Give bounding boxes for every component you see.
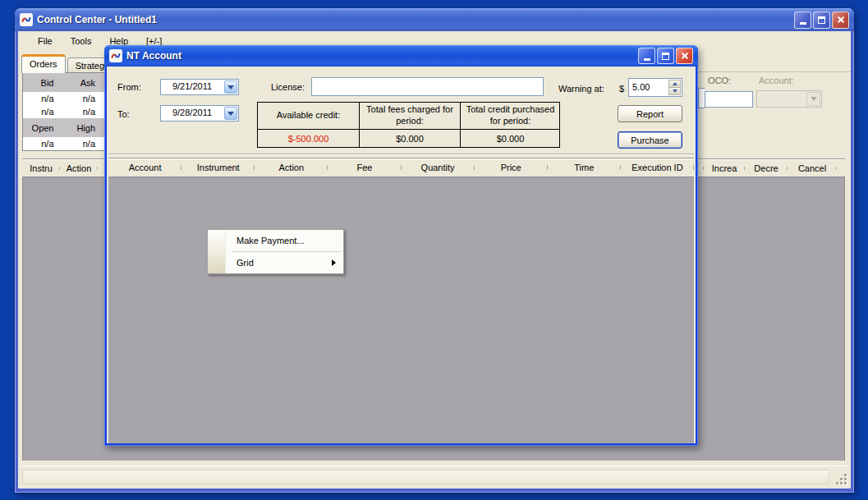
col-header-fee[interactable]: Fee (328, 163, 401, 172)
minimize-icon (800, 22, 806, 25)
menu-item-make-payment[interactable]: Make Payment... (227, 232, 342, 250)
close-button[interactable] (832, 11, 849, 29)
open-header: Open (23, 123, 65, 133)
warning-amount-spinner[interactable]: 5.00 (628, 78, 682, 97)
high-value: n/a (65, 139, 107, 149)
total-credit-purchased-value: $0.000 (460, 129, 560, 147)
col-header-instrument[interactable]: Instru (22, 163, 60, 173)
oco-label: OCO: (708, 76, 731, 85)
account-dropdown-button[interactable] (806, 92, 820, 106)
context-menu-gutter (208, 230, 226, 273)
spin-down-button[interactable] (668, 88, 681, 95)
ninjatrader-logo-icon (20, 13, 33, 26)
resize-grip[interactable] (836, 474, 847, 484)
from-dropdown-button[interactable] (224, 80, 237, 94)
warning-amount-value: 5.00 (632, 82, 650, 92)
open-value: n/a (23, 139, 65, 149)
separator (108, 154, 694, 155)
ask-value: n/a (65, 107, 107, 117)
from-date-value: 9/21/2011 (161, 81, 223, 91)
col-header-cancel[interactable]: Cancel (788, 163, 837, 173)
credit-summary-table: Available credit: Total fees charged for… (257, 102, 560, 148)
report-button[interactable]: Report (618, 105, 682, 122)
total-fees-value: $0.000 (359, 129, 460, 147)
warning-at-label: Warning at: (558, 84, 604, 94)
col-header-time[interactable]: Time (548, 163, 621, 172)
license-label: License: (271, 82, 305, 92)
to-dropdown-button[interactable] (224, 107, 237, 120)
nt-account-dialog: NT Account From: 9/21/2011 To: 9/28/2011… (104, 45, 698, 446)
market-header-row: Bid Ask (23, 73, 106, 92)
bid-value: n/a (23, 94, 65, 103)
dialog-title: NT Account (126, 50, 181, 62)
context-menu-separator (232, 251, 341, 252)
col-header-execution-id[interactable]: Execution ID (621, 163, 694, 172)
spin-up-button[interactable] (668, 80, 681, 88)
submenu-arrow-icon (332, 259, 336, 266)
col-header-action[interactable]: Action (255, 163, 328, 172)
dialog-close-button[interactable] (676, 48, 693, 64)
close-icon (836, 15, 846, 25)
currency-symbol: $ (619, 84, 624, 94)
tab-orders[interactable]: Orders (21, 54, 66, 73)
available-credit-value: $-500.000 (258, 129, 359, 147)
from-label: From: (117, 82, 141, 92)
grid-label: Grid (237, 258, 254, 268)
account-select[interactable] (756, 90, 822, 108)
ninjatrader-logo-icon (109, 49, 122, 62)
col-header-decrease[interactable]: Decre (745, 163, 788, 173)
make-payment-label: Make Payment... (237, 236, 305, 245)
chevron-down-icon (811, 97, 817, 101)
context-menu: Make Payment... Grid (207, 229, 344, 274)
market-data-table: Bid Ask n/a n/a n/a n/a Open High n/a n/… (22, 72, 107, 151)
from-date-picker[interactable]: 9/21/2011 (160, 79, 239, 95)
col-header-quantity[interactable]: Quantity (402, 163, 475, 172)
minimize-icon (644, 58, 650, 61)
high-header: High (65, 123, 107, 133)
dialog-title-bar[interactable]: NT Account (104, 45, 698, 67)
dialog-client-area: From: 9/21/2011 To: 9/28/2011 License: W… (107, 67, 696, 443)
status-bar (20, 466, 849, 487)
dialog-minimize-button[interactable] (638, 48, 655, 64)
col-header-increase[interactable]: Increa (704, 163, 745, 173)
oco-input[interactable] (705, 91, 753, 108)
total-credit-purchased-header: Total credit purchased for period: (460, 103, 560, 129)
to-date-picker[interactable]: 9/28/2011 (160, 105, 239, 122)
ask-value: n/a (65, 94, 107, 103)
market-data-row: n/a n/a (23, 105, 106, 118)
market-data-row: n/a n/a (23, 137, 106, 150)
window-title: Control Center - Untitled1 (37, 14, 157, 25)
account-label: Account: (759, 76, 794, 85)
menu-item-grid[interactable]: Grid (227, 254, 342, 272)
market-header-row: Open High (23, 118, 106, 137)
to-label: To: (117, 109, 130, 119)
col-header-instrument[interactable]: Instrument (181, 163, 255, 172)
total-fees-header: Total fees charged for period: (359, 103, 460, 129)
fees-grid-header: Account Instrument Action Fee Quantity P… (108, 158, 694, 177)
menu-tools[interactable]: Tools (62, 33, 101, 49)
available-credit-header: Available credit: (258, 103, 359, 129)
market-data-row: n/a n/a (23, 92, 106, 105)
order-entry-panel: OCO: Account: (698, 71, 851, 154)
bid-header: Bid (23, 78, 65, 88)
dialog-maximize-button[interactable] (657, 48, 674, 64)
col-header-action[interactable]: Action (60, 163, 98, 173)
license-input[interactable] (311, 77, 544, 96)
maximize-icon (818, 16, 825, 24)
chevron-down-icon (673, 89, 677, 93)
title-bar[interactable]: Control Center - Untitled1 (15, 8, 854, 31)
to-date-value: 9/28/2011 (161, 108, 223, 117)
ask-header: Ask (65, 78, 107, 88)
bid-value: n/a (23, 107, 65, 117)
close-icon (680, 51, 690, 61)
maximize-button[interactable] (813, 11, 830, 29)
col-header-price[interactable]: Price (475, 163, 548, 172)
minimize-button[interactable] (794, 11, 811, 29)
menu-file[interactable]: File (29, 33, 62, 49)
purchase-button[interactable]: Purchase (618, 131, 682, 149)
fees-grid-area: WWW.TRADING-SOFTWARE-COLLECTION.COM (108, 177, 694, 443)
chevron-down-icon (227, 85, 234, 89)
chevron-down-icon (227, 112, 234, 116)
col-header-account[interactable]: Account (108, 163, 181, 172)
maximize-icon (662, 53, 669, 60)
